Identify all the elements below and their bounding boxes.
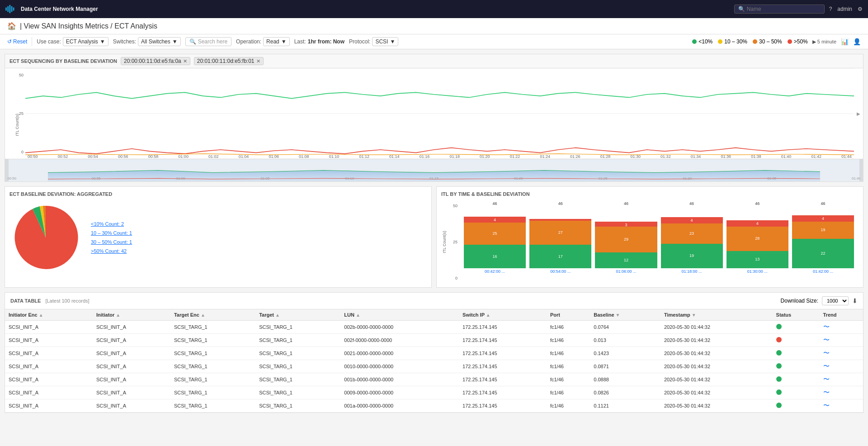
help-icon[interactable]: ? xyxy=(829,6,832,12)
chart-toggle-icon[interactable]: 📊 xyxy=(841,38,849,45)
ect-main-chart: 50 25 0 xyxy=(5,68,863,159)
download-size-select[interactable]: 1000 500 100 xyxy=(822,296,849,305)
operation-dropdown[interactable]: Read ▼ xyxy=(263,37,290,46)
scroll-left-handle[interactable] xyxy=(5,159,9,181)
pie-legend-red[interactable]: >50% Count: 42 xyxy=(91,248,132,254)
bar-label-3[interactable]: 01:06:00 ... xyxy=(616,269,636,274)
trend-icon-6[interactable]: 〜 xyxy=(823,402,830,409)
svg-rect-1 xyxy=(7,6,9,12)
filter-search[interactable]: 🔍 Search here xyxy=(185,37,231,46)
reset-icon: ↺ xyxy=(7,38,12,45)
trend-icon-3[interactable]: 〜 xyxy=(823,362,830,370)
col-initiator[interactable]: Initiator ▲ xyxy=(93,309,170,321)
cell-initiator-0: SCSI_INIT_A xyxy=(93,321,170,334)
col-baseline[interactable]: Baseline ▼ xyxy=(590,309,660,321)
cell-lun-1: 002f-0000-0000-0000 xyxy=(340,334,459,347)
cell-lun-6: 001a-0000-0000-0000 xyxy=(340,399,459,413)
top-navigation: Data Center Network Manager 🔍 ? admin ⚙ xyxy=(0,0,868,18)
bar-label-6[interactable]: 01:42:00 ... xyxy=(813,269,833,274)
pie-legend: <10% Count: 2 10 – 30% Count: 1 30 – 50%… xyxy=(91,221,132,254)
cell-switch-ip-6: 172.25.174.145 xyxy=(459,399,547,413)
download-area: Download Size: 1000 500 100 ⬇ xyxy=(781,296,858,305)
data-table-scroll[interactable]: Initiator Enc ▲ Initiator ▲ Target Enc ▲… xyxy=(5,309,863,413)
trend-icon-1[interactable]: 〜 xyxy=(823,336,830,343)
trend-icon-4[interactable]: 〜 xyxy=(823,375,830,383)
cell-initiator-enc-4: SCSI_INIT_A xyxy=(5,373,93,386)
table-body: SCSI_INIT_A SCSI_INIT_A SCSI_TARG_1 SCSI… xyxy=(5,321,863,413)
user-label: admin xyxy=(837,6,852,12)
cell-target-enc-2: SCSI_TARG_1 xyxy=(170,347,255,360)
global-search[interactable]: 🔍 xyxy=(734,5,825,14)
usecase-selector: Use case: ECT Analysis ▼ xyxy=(37,37,108,46)
bar-green-4: 19 xyxy=(661,244,723,268)
filter-tag-1-close[interactable]: ✕ xyxy=(183,58,187,64)
cell-initiator-enc-1: SCSI_INIT_A xyxy=(5,334,93,347)
cell-lun-0: 002b-0000-0000-0000 xyxy=(340,321,459,334)
download-icon[interactable]: ⬇ xyxy=(852,297,858,304)
col-initiator-enc[interactable]: Initiator Enc ▲ xyxy=(5,309,93,321)
col-switch-ip[interactable]: Switch IP ▲ xyxy=(459,309,547,321)
col-timestamp[interactable]: Timestamp ▼ xyxy=(660,309,773,321)
scroll-right-icon[interactable]: ▶ xyxy=(857,111,860,116)
cell-port-2: fc1/46 xyxy=(547,347,590,360)
cell-baseline-6: 0.1121 xyxy=(590,399,660,413)
status-dot-6 xyxy=(776,403,782,408)
sort-icon-timestamp: ▼ xyxy=(692,313,696,318)
ect-baseline-panel: ECT BASELINE DEVIATION: AGGREGATED xyxy=(5,186,432,288)
settings-icon[interactable]: ⚙ xyxy=(858,6,863,12)
bar-red-1: 4 xyxy=(464,217,526,223)
table-row: SCSI_INIT_A SCSI_INIT_A SCSI_TARG_1 SCSI… xyxy=(5,321,863,334)
table-row: SCSI_INIT_A SCSI_INIT_A SCSI_TARG_1 SCSI… xyxy=(5,373,863,386)
bar-label-1[interactable]: 00:42:00 ... xyxy=(485,269,505,274)
sort-icon-target: ▲ xyxy=(275,313,280,318)
bar-orange-3: 29 xyxy=(595,227,657,252)
itl-bar-1: 46 4 25 16 00:42:00 ... xyxy=(464,201,526,274)
bottom-panels: ECT BASELINE DEVIATION: AGGREGATED xyxy=(5,186,863,288)
trend-icon-2[interactable]: 〜 xyxy=(823,349,830,356)
bar-label-4[interactable]: 01:18:00 ... xyxy=(682,269,702,274)
bar-label-5[interactable]: 01:30:00 ... xyxy=(747,269,768,274)
data-table-panel: DATA TABLE [Latest 100 records] Download… xyxy=(5,292,863,413)
protocol-dropdown[interactable]: SCSI ▼ xyxy=(372,37,398,46)
filter-tag-2-close[interactable]: ✕ xyxy=(256,58,260,64)
itl-bar-5: 46 4 28 13 01:30:00 ... xyxy=(726,201,788,274)
col-lun[interactable]: LUN ▲ xyxy=(340,309,459,321)
pie-slice-red[interactable] xyxy=(15,206,78,269)
cell-trend-2: 〜 xyxy=(820,347,863,360)
pie-legend-green[interactable]: <10% Count: 2 xyxy=(91,221,132,227)
legend: <10% 10 – 30% 30 – 50% >50% xyxy=(692,38,808,45)
ect-svg-container: 00:50 00:52 00:54 00:56 00:58 01:00 01:0… xyxy=(25,68,854,159)
cell-lun-3: 0010-0000-0000-0000 xyxy=(340,360,459,373)
home-icon[interactable]: 🏠 xyxy=(7,22,16,30)
col-trend[interactable]: Trend xyxy=(820,309,863,321)
col-port[interactable]: Port xyxy=(547,309,590,321)
usecase-dropdown[interactable]: ECT Analysis ▼ xyxy=(63,37,108,46)
switches-dropdown[interactable]: All Switches ▼ xyxy=(138,37,181,46)
cell-timestamp-2: 2020-05-30 01:44:32 xyxy=(660,347,773,360)
legend-dot-red xyxy=(788,39,792,44)
ect-mini-chart[interactable]: 00:50 00:55 01:00 01:05 01:10 01:15 01:2… xyxy=(5,159,863,181)
cisco-icon xyxy=(5,5,18,13)
status-dot-4 xyxy=(776,376,782,382)
pie-legend-orange[interactable]: 30 – 50% Count: 1 xyxy=(91,239,132,245)
global-search-input[interactable] xyxy=(747,6,815,12)
cell-baseline-5: 0.0826 xyxy=(590,386,660,399)
reset-button[interactable]: ↺ Reset xyxy=(7,38,27,45)
cell-initiator-enc-2: SCSI_INIT_A xyxy=(5,347,93,360)
svg-rect-4 xyxy=(13,8,14,11)
col-target[interactable]: Target ▲ xyxy=(255,309,340,321)
col-target-enc[interactable]: Target Enc ▲ xyxy=(170,309,255,321)
pie-legend-yellow[interactable]: 10 – 30% Count: 1 xyxy=(91,230,132,236)
col-status[interactable]: Status xyxy=(773,309,820,321)
scroll-right-handle[interactable] xyxy=(859,159,863,181)
trend-icon-5[interactable]: 〜 xyxy=(823,389,830,396)
bar-label-2[interactable]: 00:54:00 ... xyxy=(550,269,571,274)
user-view-icon[interactable]: 👤 xyxy=(853,38,861,45)
legend-item-1: <10% xyxy=(692,38,712,45)
trend-icon-0[interactable]: 〜 xyxy=(823,323,830,330)
page-header: 🏠 | View SAN Insights Metrics / ECT Anal… xyxy=(0,18,868,34)
interval-label: ▶ 5 minute xyxy=(812,39,836,45)
cell-port-3: fc1/46 xyxy=(547,360,590,373)
cell-baseline-3: 0.0871 xyxy=(590,360,660,373)
last-time-display: Last: 1hr from: Now xyxy=(294,38,344,45)
